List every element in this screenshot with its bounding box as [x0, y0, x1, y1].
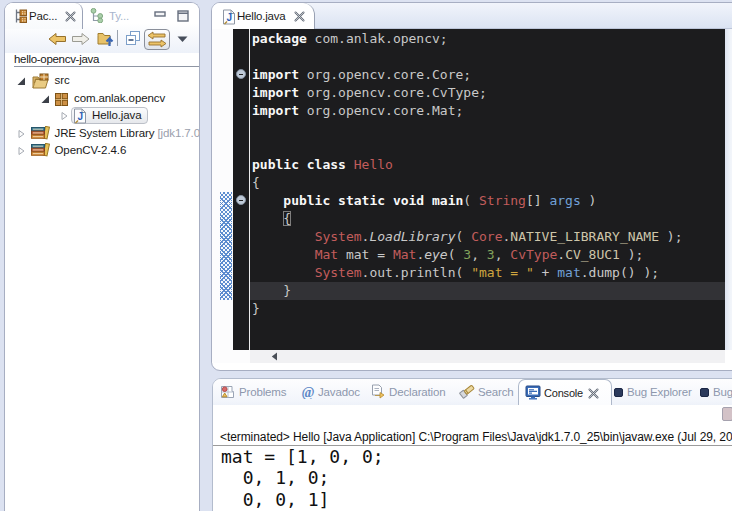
close-icon[interactable]: [588, 388, 599, 399]
terminate-button[interactable]: [722, 407, 732, 421]
project-root-label[interactable]: hello-opencv-java: [14, 53, 99, 65]
code-line: {: [252, 210, 683, 228]
close-icon[interactable]: [294, 11, 305, 22]
code-line: Mat mat = Mat.eye( 3, 3, CvType.CV_8UC1 …: [252, 246, 683, 264]
tab-type-hierarchy[interactable]: Ty...: [89, 3, 151, 29]
tab-search[interactable]: Search: [458, 379, 522, 405]
toolbar-separator: [116, 29, 119, 47]
expander-expanded-icon[interactable]: [41, 95, 50, 104]
svg-text:J: J: [78, 111, 84, 122]
tree-item-suffix: [jdk1.7.0_25]: [154, 127, 200, 139]
package-explorer-view: Pac... Ty...: [4, 2, 200, 511]
tab-package-explorer[interactable]: Pac...: [5, 3, 83, 29]
tab-javadoc[interactable]: @ Javadoc: [301, 379, 368, 405]
tree-item-label: Hello.java: [92, 109, 142, 121]
code-line: System.out.println( "mat = " + mat.dump(…: [252, 264, 683, 282]
eclipse-window: Pac... Ty...: [0, 0, 732, 511]
expander-collapsed-icon[interactable]: [17, 129, 26, 139]
tree-item-jre-system-library[interactable]: JRE System Library [jdk1.7.0_25]: [5, 125, 199, 143]
code-line: [252, 48, 683, 66]
search-icon: [458, 383, 475, 399]
link-editor-icon[interactable]: [144, 29, 170, 50]
console-body: <terminated> Hello [Java Application] C:…: [213, 405, 732, 511]
editor-tabbar: J Hello.java: [212, 3, 732, 29]
project-separator: [14, 66, 200, 67]
code-line: import org.opencv.core.Core;: [252, 66, 683, 84]
view-menu-icon[interactable]: [177, 36, 188, 43]
tab-declaration[interactable]: Declaration: [370, 379, 463, 405]
declaration-icon: [370, 384, 385, 399]
javadoc-icon: @: [301, 384, 316, 399]
tab-label: Javadoc: [318, 386, 360, 398]
fold-collapse-icon[interactable]: [236, 69, 246, 79]
package-explorer-toolbar: [5, 31, 200, 53]
forward-icon[interactable]: [71, 32, 90, 46]
console-view: Problems @ Javadoc Declaration Search Co…: [212, 378, 732, 511]
tab-hello-java-label: Hello.java: [237, 10, 286, 22]
code-line: System.LoadLibrary( Core.NATIVE_LIBRARY_…: [252, 228, 683, 246]
code-line: [252, 120, 683, 138]
java-file-icon: J: [73, 108, 87, 124]
expander-collapsed-icon[interactable]: [60, 111, 69, 121]
tab-label: Bug Explorer: [627, 386, 692, 398]
tree-item-opencv-2-4-6[interactable]: OpenCV-2.4.6: [5, 142, 199, 160]
tab-console[interactable]: Console: [518, 379, 612, 405]
up-folder-icon[interactable]: [97, 30, 115, 47]
tab-label: Bug: [713, 386, 732, 398]
code-line: public class Hello: [252, 156, 683, 174]
package-icon: [53, 91, 70, 108]
maximize-icon[interactable]: [177, 10, 189, 22]
code-line: {: [252, 174, 683, 192]
tab-console-label: Console: [544, 387, 583, 399]
editor-area: J Hello.java package com.anlak.opencv; i…: [211, 2, 732, 371]
svg-text:J: J: [227, 12, 233, 23]
tree-item-hello-java[interactable]: J Hello.java: [5, 107, 199, 125]
hscroll-corner: [212, 350, 250, 363]
tab-label: Declaration: [389, 386, 446, 398]
type-hierarchy-icon: [90, 8, 105, 23]
code-line: }: [252, 300, 683, 318]
code-line: [252, 138, 683, 156]
tab-problems[interactable]: Problems: [220, 379, 295, 405]
collapse-all-icon[interactable]: [125, 30, 142, 46]
code-line: }: [252, 282, 683, 300]
console-icon: [525, 385, 541, 400]
close-icon[interactable]: [65, 11, 76, 22]
code-text: package com.anlak.opencv; import org.ope…: [252, 30, 683, 318]
tree-item-label: OpenCV-2.4.6: [55, 144, 127, 156]
library-icon: [31, 126, 51, 140]
tree-item-src[interactable]: src: [5, 72, 199, 90]
folding-gutter: [233, 29, 250, 350]
tab-hello-java[interactable]: J Hello.java: [212, 3, 315, 29]
tab-package-explorer-label: Pac...: [29, 10, 57, 22]
vertical-ruler: [212, 29, 233, 350]
package-explorer-icon: [14, 9, 28, 23]
method-range-indicator: [220, 192, 232, 300]
back-icon[interactable]: [48, 32, 67, 46]
scroll-left-arrow-icon[interactable]: [271, 352, 278, 361]
editor-content: package com.anlak.opencv; import org.ope…: [212, 29, 732, 350]
tab-bug[interactable]: Bug: [700, 379, 732, 405]
bug-icon: [614, 388, 623, 397]
tree-item-com-anlak-opencv[interactable]: com.anlak.opencv: [5, 90, 199, 108]
code-area[interactable]: package com.anlak.opencv; import org.ope…: [250, 29, 725, 350]
problems-icon: [220, 384, 235, 399]
bottom-tabbar: Problems @ Javadoc Declaration Search Co…: [213, 379, 732, 405]
fold-collapse-icon[interactable]: [236, 195, 246, 205]
editor-horizontal-scrollbar[interactable]: [250, 350, 725, 363]
expander-expanded-icon[interactable]: [17, 77, 26, 86]
tree-item-label: JRE System Library [jdk1.7.0_25]: [55, 127, 201, 139]
library-icon: [31, 143, 51, 157]
src-folder-icon: [31, 73, 51, 90]
tab-label: Problems: [239, 386, 286, 398]
bug-icon: [700, 388, 709, 397]
editor-vertical-scrollbar[interactable]: [725, 29, 732, 350]
expander-collapsed-icon[interactable]: [17, 146, 26, 156]
java-file-icon: J: [222, 9, 236, 25]
console-output[interactable]: mat = [1, 0, 0; 0, 1, 0; 0, 0, 1]: [221, 446, 384, 510]
tree-item-label: com.anlak.opencv: [74, 92, 165, 104]
tab-label: Search: [478, 386, 514, 398]
tab-type-hierarchy-label: Ty...: [109, 10, 129, 22]
minimize-icon[interactable]: [154, 11, 166, 17]
tab-bug-explorer[interactable]: Bug Explorer: [614, 379, 707, 405]
